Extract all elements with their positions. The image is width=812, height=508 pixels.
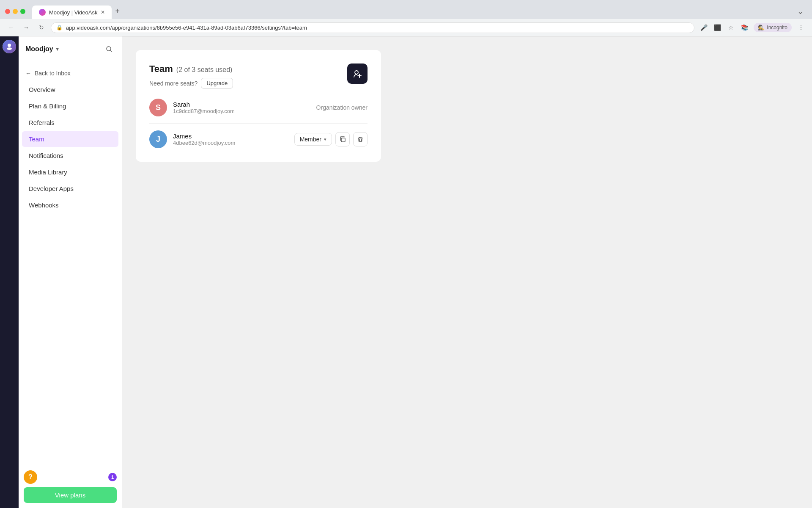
browser-toolbar: ← → ↻ 🔒 app.videoask.com/app/organizatio… [0, 19, 812, 36]
svg-point-1 [7, 47, 12, 50]
copy-member-button[interactable] [335, 132, 350, 146]
member-row-sarah: S Sarah 1c9dcd87@moodjoy.com Organizatio… [149, 99, 368, 116]
member-role-dropdown-james[interactable]: Member ▾ [294, 133, 332, 146]
view-plans-button[interactable]: View plans [24, 487, 117, 503]
sidebar-item-overview-label: Overview [29, 86, 55, 93]
browser-chrome: Moodjoy | VideoAsk ✕ + ⌄ ← → ↻ 🔒 app.vid… [0, 0, 812, 36]
member-info-james: James 4dbee62d@moodjoy.com [173, 133, 288, 146]
refresh-button[interactable]: ↻ [36, 22, 47, 33]
incognito-label: Incognito [767, 25, 787, 30]
close-window-button[interactable] [5, 9, 10, 14]
org-dropdown-icon: ▼ [55, 46, 60, 52]
sidebar-item-referrals[interactable]: Referrals [22, 115, 118, 130]
sidebar-item-media-library[interactable]: Media Library [22, 164, 118, 180]
bookmark-list-button[interactable]: 📚 [738, 22, 750, 33]
sidebar-item-notifications-label: Notifications [29, 152, 63, 159]
sidebar-item-team-label: Team [29, 135, 44, 143]
sidebar-item-plan-billing[interactable]: Plan & Billing [22, 98, 118, 114]
incognito-icon: 🕵 [758, 25, 764, 30]
sidebar-footer: ? 1 View plans [19, 465, 122, 508]
member-actions-james: Member ▾ [294, 132, 368, 146]
main-content: Team (2 of 3 seats used) Need more seats… [122, 36, 812, 508]
tab-close-button[interactable]: ✕ [101, 9, 105, 15]
search-icon [106, 46, 112, 52]
microphone-button[interactable]: 🎤 [698, 22, 710, 33]
sidebar-item-webhooks-label: Webhooks [29, 202, 59, 209]
notification-count: 1 [111, 475, 114, 480]
back-arrow-icon: ← [25, 70, 31, 77]
svg-point-4 [355, 71, 358, 74]
avatar-james-letter: J [156, 135, 160, 144]
member-email-sarah: 1c9dcd87@moodjoy.com [173, 108, 310, 114]
org-name[interactable]: Moodjoy ▼ [25, 45, 60, 53]
help-button[interactable]: ? [24, 470, 37, 484]
avatar-sarah: S [149, 99, 167, 116]
extension-button[interactable]: ⬛ [711, 22, 723, 33]
address-bar[interactable]: 🔒 app.videoask.com/app/organizations/8b9… [51, 22, 694, 33]
team-title-text: Team [149, 64, 173, 75]
add-member-button[interactable] [347, 64, 368, 84]
svg-line-3 [110, 50, 112, 52]
copy-icon [339, 136, 346, 143]
add-member-icon [353, 69, 362, 78]
delete-member-button[interactable] [353, 132, 368, 146]
member-email-james: 4dbee62d@moodjoy.com [173, 140, 288, 146]
svg-rect-7 [341, 138, 345, 142]
upgrade-label: Upgrade [206, 80, 228, 86]
sidebar-nav: ← Back to Inbox Overview Plan & Billing … [19, 62, 122, 465]
sidebar-item-team[interactable]: Team [22, 131, 118, 147]
sidebar: Moodjoy ▼ ← Back to Inbox Overview Plan … [19, 36, 122, 508]
sidebar-item-developer-apps[interactable]: Developer Apps [22, 181, 118, 196]
active-tab[interactable]: Moodjoy | VideoAsk ✕ [32, 6, 112, 19]
app-logo [3, 40, 16, 53]
new-tab-button[interactable]: + [112, 3, 123, 19]
bookmark-button[interactable]: ☆ [725, 22, 737, 33]
tab-title: Moodjoy | VideoAsk [49, 9, 97, 16]
sidebar-header: Moodjoy ▼ [19, 36, 122, 62]
team-title: Team (2 of 3 seats used) [149, 64, 233, 75]
browser-menu-button[interactable]: ⋮ [795, 22, 807, 33]
app-container: Moodjoy ▼ ← Back to Inbox Overview Plan … [0, 36, 812, 508]
svg-point-0 [8, 44, 11, 47]
incognito-badge: 🕵 Incognito [754, 23, 792, 32]
back-button[interactable]: ← [5, 22, 17, 33]
trash-icon [357, 136, 364, 143]
search-button[interactable] [103, 43, 115, 55]
avatar-james: J [149, 130, 167, 148]
team-header: Team (2 of 3 seats used) Need more seats… [149, 64, 368, 88]
tab-bar: Moodjoy | VideoAsk ✕ + [32, 3, 123, 19]
member-list: S Sarah 1c9dcd87@moodjoy.com Organizatio… [149, 99, 368, 148]
member-row-james: J James 4dbee62d@moodjoy.com Member ▾ [149, 130, 368, 148]
back-to-inbox-link[interactable]: ← Back to Inbox [19, 66, 122, 81]
org-name-text: Moodjoy [25, 45, 53, 53]
url-text: app.videoask.com/app/organizations/8b955… [66, 25, 689, 31]
settings-card: Team (2 of 3 seats used) Need more seats… [136, 50, 381, 162]
member-role-sarah: Organization owner [316, 104, 368, 111]
seats-row: Need more seats? Upgrade [149, 78, 233, 88]
member-info-sarah: Sarah 1c9dcd87@moodjoy.com [173, 101, 310, 114]
window-expand-button[interactable]: ⌄ [797, 7, 804, 16]
role-dropdown-chevron: ▾ [324, 137, 326, 142]
sidebar-item-notifications[interactable]: Notifications [22, 148, 118, 163]
sidebar-item-referrals-label: Referrals [29, 119, 55, 126]
avatar-sarah-letter: S [156, 103, 161, 112]
sidebar-item-webhooks[interactable]: Webhooks [22, 197, 118, 213]
browser-titlebar: Moodjoy | VideoAsk ✕ + ⌄ [0, 0, 812, 19]
help-icon: ? [28, 473, 33, 481]
member-divider [149, 123, 368, 124]
left-rail [0, 36, 19, 508]
lock-icon: 🔒 [56, 25, 63, 30]
member-name-sarah: Sarah [173, 101, 310, 108]
upgrade-button[interactable]: Upgrade [201, 78, 233, 88]
view-plans-label: View plans [55, 491, 85, 499]
notification-badge: 1 [108, 473, 117, 481]
need-more-seats-text: Need more seats? [149, 80, 198, 87]
minimize-window-button[interactable] [13, 9, 18, 14]
sidebar-item-plan-billing-label: Plan & Billing [29, 102, 66, 110]
maximize-window-button[interactable] [20, 9, 25, 14]
sidebar-item-media-library-label: Media Library [29, 168, 67, 176]
toolbar-actions: 🎤 ⬛ ☆ 📚 [698, 22, 750, 33]
forward-button[interactable]: → [20, 22, 32, 33]
sidebar-item-overview[interactable]: Overview [22, 82, 118, 97]
seats-info: (2 of 3 seats used) [176, 66, 233, 74]
